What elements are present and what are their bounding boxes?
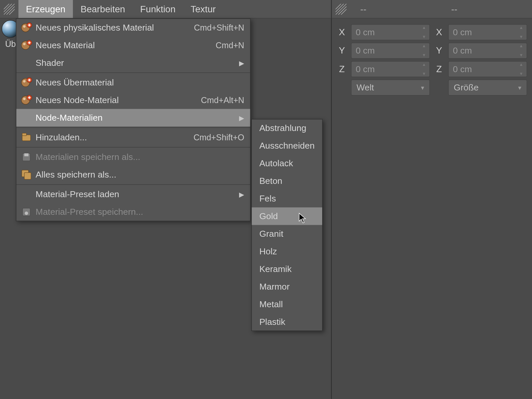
menu-item-label: Material-Preset speichern...	[34, 207, 244, 217]
chevron-down-icon: ▼	[517, 84, 522, 91]
svg-point-11	[23, 43, 26, 46]
dropdown-value: Größe	[454, 82, 479, 92]
menu-item[interactable]: Neues physikalisches MaterialCmd+Shift+N	[16, 19, 250, 37]
menu-item: Materialien speichern als...	[16, 148, 250, 166]
svg-line-0	[4, 4, 15, 15]
coord-input-y-2[interactable]: 0 cm▲▼	[448, 43, 527, 59]
menu-item-label: Neues physikalisches Material	[34, 23, 177, 33]
menu-item-shortcut: Cmd+Alt+N	[184, 95, 244, 105]
menu-item[interactable]: Hinzuladen...Cmd+Shift+O	[16, 129, 250, 146]
spinner-arrows-icon[interactable]: ▲▼	[517, 44, 525, 57]
spin-value: 0 cm	[356, 46, 375, 56]
dropdown-value: Welt	[356, 82, 374, 92]
coord-input-z-1[interactable]: 0 cm▲▼	[351, 61, 430, 77]
axis-label: X	[337, 27, 347, 38]
coord-input-x-2[interactable]: 0 cm▲▼	[448, 24, 527, 40]
coord-row: Z0 cm▲▼Z0 cm▲▼	[337, 61, 527, 77]
preset-save-icon	[19, 206, 34, 218]
new-material-icon	[19, 94, 34, 106]
coord-input-y-1[interactable]: 0 cm▲▼	[351, 43, 430, 59]
svg-rect-28	[24, 153, 29, 156]
menu-item-label: Node-Materialien	[34, 113, 227, 123]
spinner-arrows-icon[interactable]: ▲▼	[517, 63, 525, 76]
svg-line-33	[335, 4, 346, 15]
menu-separator	[16, 147, 250, 147]
submenu-item[interactable]: Gold	[252, 207, 322, 225]
save-all-icon	[19, 169, 34, 181]
coord-space-dropdown[interactable]: Welt▼	[351, 79, 430, 95]
menu-item-label: Neues Übermaterial	[34, 77, 244, 87]
axis-label: X	[434, 27, 444, 38]
svg-point-16	[23, 80, 26, 83]
save-icon	[19, 151, 34, 163]
menu-item[interactable]: Node-Materialien▶	[16, 109, 250, 127]
spinner-arrows-icon[interactable]: ▲▼	[420, 26, 428, 39]
menu-item-shortcut: Cmd+N	[199, 41, 244, 50]
submenu-item[interactable]: Marmor	[252, 278, 322, 295]
spinner-arrows-icon[interactable]: ▲▼	[420, 63, 428, 76]
menu-item-label: Material-Preset laden	[34, 190, 227, 200]
submenu-item[interactable]: Keramik	[252, 260, 322, 278]
spin-value: 0 cm	[356, 27, 375, 37]
menu-item-label: Materialien speichern als...	[34, 152, 244, 162]
submenu-item[interactable]: Beton	[252, 172, 322, 190]
spin-value: 0 cm	[356, 64, 375, 74]
menu-item[interactable]: Neues Übermaterial	[16, 74, 250, 91]
menu-item-shortcut: Cmd+Shift+N	[177, 23, 244, 33]
menu-item[interactable]: Shader▶	[16, 54, 250, 72]
menu-textur[interactable]: Textur	[183, 0, 223, 18]
menu-item[interactable]: Alles speichern als...	[16, 166, 250, 184]
new-material-icon	[19, 39, 34, 51]
menu-item[interactable]: Neues Node-MaterialCmd+Alt+N	[16, 91, 250, 109]
menubar-right: -- --	[332, 0, 532, 18]
submenu-item[interactable]: Metall	[252, 295, 322, 313]
submenu-arrow-icon: ▶	[227, 191, 244, 199]
menubar-left: Erzeugen Bearbeiten Funktion Textur	[0, 0, 331, 18]
coord-dropdown-row: Welt▼Größe▼	[337, 79, 527, 95]
material-editor-panel: Erzeugen Bearbeiten Funktion Textur Üb N…	[0, 0, 331, 399]
axis-label: Z	[337, 64, 347, 75]
erzeugen-dropdown-menu: Neues physikalisches MaterialCmd+Shift+N…	[16, 18, 251, 221]
load-icon	[19, 132, 34, 143]
menu-separator	[16, 184, 250, 185]
svg-rect-30	[24, 173, 31, 179]
menu-bearbeiten[interactable]: Bearbeiten	[73, 0, 132, 18]
menu-item-label: Neues Node-Material	[34, 95, 184, 105]
spin-value: 0 cm	[453, 27, 472, 37]
submenu-item[interactable]: Fels	[252, 190, 322, 207]
menu-erzeugen[interactable]: Erzeugen	[18, 0, 73, 18]
submenu-arrow-icon: ▶	[227, 114, 244, 122]
svg-point-6	[23, 25, 26, 28]
coord-mode-dropdown[interactable]: Größe▼	[448, 79, 527, 95]
placeholder-dash: --	[350, 4, 376, 15]
submenu-item[interactable]: Abstrahlung	[252, 119, 322, 137]
spinner-arrows-icon[interactable]: ▲▼	[517, 26, 525, 39]
axis-label: Y	[434, 45, 444, 56]
menu-item-label: Hinzuladen...	[34, 132, 177, 142]
menu-separator	[16, 127, 250, 128]
menu-separator	[16, 72, 250, 73]
hatch-icon[interactable]	[332, 4, 350, 15]
menu-item: Material-Preset speichern...	[16, 203, 250, 221]
coord-row: X0 cm▲▼X0 cm▲▼	[337, 24, 527, 40]
submenu-item[interactable]: Granit	[252, 225, 322, 243]
svg-point-32	[25, 211, 28, 215]
coord-input-x-1[interactable]: 0 cm▲▼	[351, 24, 430, 40]
menu-item-shortcut: Cmd+Shift+O	[177, 133, 244, 142]
spinner-arrows-icon[interactable]: ▲▼	[420, 44, 428, 57]
submenu-item[interactable]: Autolack	[252, 155, 322, 172]
axis-label: Y	[337, 45, 347, 56]
menu-item-label: Shader	[34, 58, 227, 68]
spin-value: 0 cm	[453, 46, 472, 56]
menu-item[interactable]: Neues MaterialCmd+N	[16, 37, 250, 54]
coord-input-z-2[interactable]: 0 cm▲▼	[448, 61, 527, 77]
submenu-item[interactable]: Ausschneiden	[252, 137, 322, 155]
hatch-icon[interactable]	[0, 4, 18, 15]
submenu-arrow-icon: ▶	[227, 59, 244, 67]
spin-value: 0 cm	[453, 64, 472, 74]
submenu-item[interactable]: Plastik	[252, 313, 322, 331]
new-material-icon	[19, 22, 34, 34]
menu-funktion[interactable]: Funktion	[133, 0, 183, 18]
submenu-item[interactable]: Holz	[252, 243, 322, 260]
menu-item[interactable]: Material-Preset laden▶	[16, 186, 250, 203]
